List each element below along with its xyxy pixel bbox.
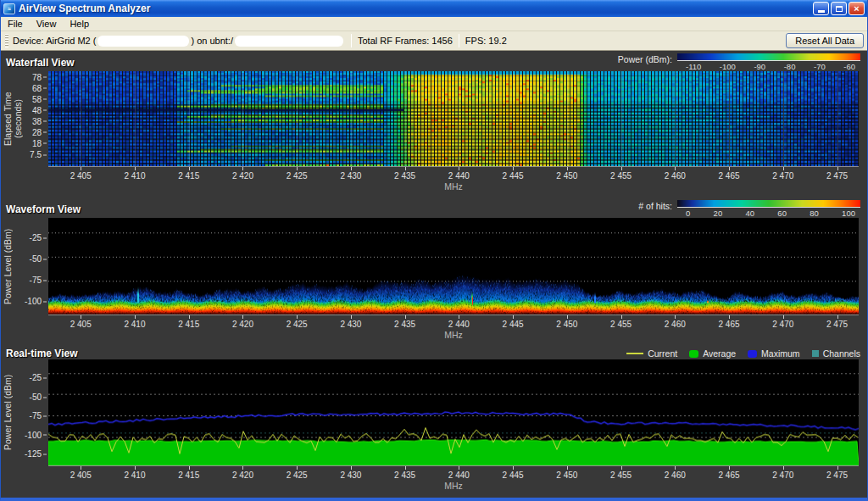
waveform-plot bbox=[48, 218, 859, 315]
freq-tick-label: 2 415 bbox=[178, 171, 199, 181]
x-axis-unit-label: MHz bbox=[444, 181, 463, 192]
legend-item-maximum: Maximum bbox=[748, 348, 800, 359]
freq-tick-label: 2 410 bbox=[124, 470, 145, 480]
freq-tick-label: 2 470 bbox=[772, 171, 793, 181]
realtime-plot bbox=[48, 359, 859, 465]
app-window: ≈ AirView Spectrum Analyzer × File View … bbox=[0, 0, 868, 501]
realtime-legend: CurrentAverageMaximumChannels bbox=[626, 348, 860, 359]
y-tick-label: -100 bbox=[25, 430, 47, 439]
freq-tick-label: 2 450 bbox=[556, 171, 577, 181]
freq-tick-label: 2 465 bbox=[719, 171, 740, 181]
freq-tick-label: 2 410 bbox=[124, 320, 145, 329]
power-scale-gradient bbox=[677, 53, 860, 61]
toolbar-separator bbox=[351, 34, 352, 47]
waterfall-title: Waterfall View bbox=[6, 57, 75, 69]
waterfall-y-axis: Elapsed Time (seconds) 786858483828187.5 bbox=[1, 71, 48, 166]
waterfall-x-axis: 2 4052 4102 4152 4202 4252 4302 4352 440… bbox=[48, 166, 859, 195]
window-title: AirView Spectrum Analyzer bbox=[19, 3, 811, 14]
legend-label: Average bbox=[703, 348, 736, 359]
freq-tick-label: 2 425 bbox=[287, 171, 308, 181]
legend-swatch bbox=[626, 353, 643, 354]
power-scale: Power (dBm): -110-100-90-80-70-60 bbox=[618, 53, 860, 71]
scale-tick-label: -90 bbox=[754, 62, 765, 71]
freq-tick-label: 2 410 bbox=[124, 171, 145, 181]
legend-item-channels: Channels bbox=[812, 348, 860, 359]
main-content: Waterfall View Power (dBm): -110-100-90-… bbox=[1, 51, 867, 498]
scale-tick-label: 100 bbox=[842, 209, 855, 218]
legend-label: Maximum bbox=[761, 348, 800, 359]
redaction-patch bbox=[235, 36, 343, 47]
redaction-patch bbox=[97, 36, 189, 47]
freq-tick-label: 2 440 bbox=[448, 171, 470, 181]
freq-tick-label: 2 475 bbox=[826, 470, 848, 480]
freq-tick-label: 2 445 bbox=[503, 320, 524, 329]
freq-tick-label: 2 455 bbox=[610, 320, 632, 329]
y-tick-label: -75 bbox=[30, 411, 47, 420]
y-tick-label: 38 bbox=[32, 116, 47, 125]
freq-tick-label: 2 435 bbox=[394, 320, 415, 329]
y-tick-label: -50 bbox=[30, 392, 47, 401]
freq-tick-label: 2 415 bbox=[178, 470, 199, 480]
freq-tick-label: 2 420 bbox=[232, 320, 253, 329]
menu-view[interactable]: View bbox=[30, 18, 64, 30]
legend-item-average: Average bbox=[689, 348, 736, 359]
realtime-title: Real-time View bbox=[6, 348, 77, 359]
toolbar-separator bbox=[459, 34, 459, 47]
freq-tick-label: 2 425 bbox=[287, 320, 308, 329]
hits-scale: # of hits: 020406080100 bbox=[638, 200, 860, 218]
hits-scale-ticks: 020406080100 bbox=[677, 208, 860, 218]
freq-tick-label: 2 440 bbox=[448, 320, 470, 329]
freq-tick-label: 2 430 bbox=[340, 171, 361, 181]
freq-tick-label: 2 465 bbox=[719, 470, 740, 480]
freq-tick-label: 2 450 bbox=[556, 320, 577, 329]
scale-tick-label: 0 bbox=[686, 209, 690, 218]
freq-tick-label: 2 420 bbox=[232, 470, 253, 480]
waveform-x-axis: 2 4052 4102 4152 4202 4252 4302 4352 440… bbox=[48, 315, 859, 342]
hits-scale-gradient bbox=[677, 200, 860, 208]
toolbar-grip[interactable] bbox=[5, 34, 8, 47]
freq-tick-label: 2 460 bbox=[665, 171, 686, 181]
waveform-title: Waveform View bbox=[6, 203, 81, 215]
y-tick-label: -75 bbox=[30, 276, 47, 285]
total-rf-frames: Total RF Frames: 1456 bbox=[358, 36, 453, 46]
freq-tick-label: 2 470 bbox=[772, 320, 793, 329]
toolbar: Device: AirGrid M2 () on ubnt:/ Total RF… bbox=[1, 31, 867, 51]
freq-tick-label: 2 470 bbox=[772, 470, 793, 480]
x-axis-unit-label: MHz bbox=[444, 330, 463, 340]
title-bar[interactable]: ≈ AirView Spectrum Analyzer × bbox=[1, 0, 867, 17]
scale-tick-label: 60 bbox=[777, 209, 787, 218]
y-tick-label: 7.5 bbox=[30, 150, 47, 159]
legend-swatch bbox=[748, 350, 757, 358]
menu-help[interactable]: Help bbox=[63, 18, 96, 30]
close-button[interactable]: × bbox=[849, 2, 865, 15]
freq-tick-label: 2 440 bbox=[448, 470, 470, 480]
y-tick-label: 18 bbox=[32, 138, 47, 148]
restore-button[interactable] bbox=[831, 2, 847, 15]
menu-file[interactable]: File bbox=[1, 18, 30, 30]
app-icon: ≈ bbox=[3, 3, 15, 14]
scale-tick-label: 20 bbox=[714, 209, 723, 218]
waterfall-y-label: Elapsed Time (seconds) bbox=[3, 71, 14, 166]
scale-tick-label: -60 bbox=[843, 62, 855, 71]
freq-tick-label: 2 445 bbox=[503, 171, 524, 181]
freq-tick-label: 2 475 bbox=[826, 171, 848, 181]
freq-tick-label: 2 465 bbox=[719, 320, 740, 329]
y-tick-label: -25 bbox=[30, 373, 47, 382]
waveform-y-label: Power Level (dBm) bbox=[3, 218, 14, 315]
legend-item-current: Current bbox=[626, 348, 677, 359]
freq-tick-label: 2 435 bbox=[394, 470, 415, 480]
freq-tick-label: 2 445 bbox=[503, 470, 524, 480]
freq-tick-label: 2 455 bbox=[610, 470, 632, 480]
freq-tick-label: 2 460 bbox=[665, 320, 686, 329]
power-scale-ticks: -110-100-90-80-70-60 bbox=[677, 61, 860, 71]
freq-tick-label: 2 450 bbox=[556, 470, 577, 480]
reset-all-data-button[interactable]: Reset All Data bbox=[786, 33, 864, 48]
y-tick-label: 48 bbox=[32, 105, 47, 114]
legend-label: Channels bbox=[823, 348, 860, 359]
freq-tick-label: 2 460 bbox=[665, 470, 686, 480]
y-tick-label: -125 bbox=[25, 448, 47, 458]
scale-tick-label: -110 bbox=[686, 62, 701, 71]
minimize-button[interactable] bbox=[813, 2, 829, 15]
freq-tick-label: 2 430 bbox=[340, 470, 361, 480]
x-axis-unit-label: MHz bbox=[444, 481, 463, 491]
